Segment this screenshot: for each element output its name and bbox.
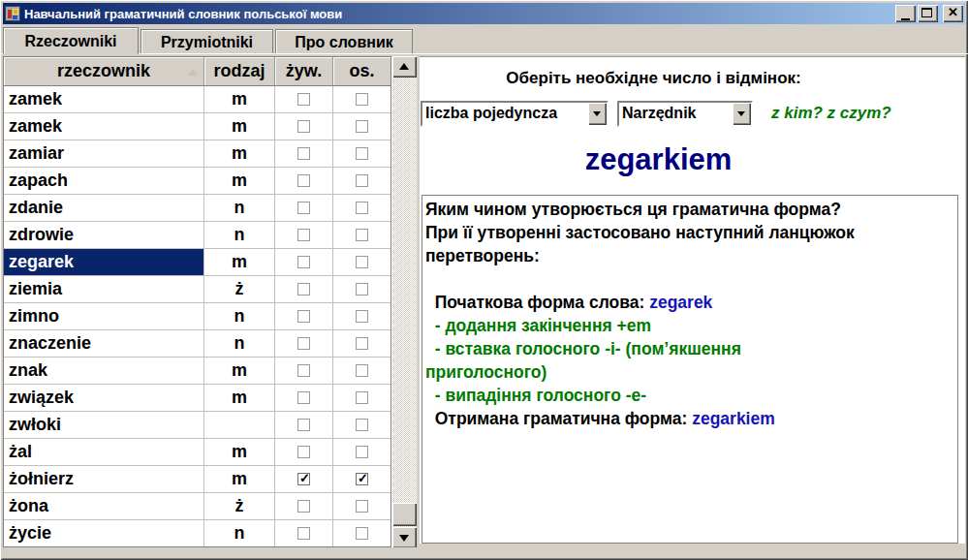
scroll-down-button[interactable]: [392, 527, 417, 548]
gender-cell: n: [204, 222, 275, 249]
scroll-up-icon: [399, 63, 409, 70]
person-checkbox[interactable]: [356, 147, 368, 160]
table-row[interactable]: znakm: [4, 358, 390, 385]
noun-cell[interactable]: zamek: [4, 86, 204, 113]
animate-checkbox[interactable]: [297, 283, 310, 296]
table-row[interactable]: zimnon: [4, 303, 390, 330]
animate-checkbox[interactable]: [297, 229, 310, 241]
noun-cell[interactable]: zwłoki: [4, 412, 204, 439]
noun-cell[interactable]: znaczenie: [4, 330, 204, 358]
table-row[interactable]: zamiarm: [4, 140, 390, 168]
table-row[interactable]: zegarekm: [4, 249, 390, 276]
explanation-line: При її утворенні застосовано наступний л…: [425, 221, 954, 244]
animate-checkbox[interactable]: [297, 147, 310, 160]
case-dropdown-button[interactable]: [733, 103, 751, 125]
title-bar[interactable]: Навчальний граматичний словник польської…: [3, 3, 965, 24]
table-row[interactable]: zwłoki: [4, 412, 390, 439]
person-cell: [333, 86, 390, 113]
close-button[interactable]: ✕: [943, 5, 963, 22]
column-header-zyw[interactable]: żyw.: [275, 57, 333, 85]
noun-cell[interactable]: znak: [4, 358, 204, 385]
animate-checkbox[interactable]: [297, 500, 310, 513]
noun-cell[interactable]: zdrowie: [4, 222, 204, 249]
person-checkbox[interactable]: [356, 473, 368, 485]
person-checkbox[interactable]: [356, 283, 368, 296]
animate-checkbox[interactable]: [297, 364, 310, 377]
noun-cell[interactable]: zamiar: [4, 140, 204, 168]
animate-checkbox[interactable]: [297, 391, 310, 404]
minimize-button[interactable]: [895, 5, 916, 22]
tab-przymiotniki[interactable]: Przymiotniki: [141, 29, 273, 54]
animate-checkbox[interactable]: [297, 446, 310, 458]
animate-checkbox[interactable]: [297, 93, 310, 106]
table-row[interactable]: zamekm: [4, 86, 390, 113]
animate-checkbox[interactable]: [297, 310, 310, 323]
person-checkbox[interactable]: [356, 446, 368, 458]
animate-checkbox[interactable]: [297, 120, 310, 133]
table-row[interactable]: zapachm: [4, 168, 390, 195]
table-row[interactable]: żołnierzm: [4, 466, 390, 493]
noun-cell[interactable]: zimno: [4, 303, 204, 330]
column-header-rzeczownik[interactable]: rzeczownik: [4, 57, 204, 85]
noun-table: rzeczownik rodzaj żyw. os. zamekmzamekmz…: [3, 56, 391, 547]
column-header-os[interactable]: os.: [333, 57, 390, 85]
gender-cell: m: [204, 113, 275, 140]
person-checkbox[interactable]: [356, 500, 368, 513]
animate-cell: [275, 439, 333, 466]
person-checkbox[interactable]: [356, 391, 368, 404]
noun-cell[interactable]: żal: [4, 439, 204, 466]
person-checkbox[interactable]: [356, 527, 368, 540]
table-row[interactable]: ziemiaż: [4, 276, 390, 303]
scroll-up-button[interactable]: [392, 56, 417, 78]
column-header-rodzaj[interactable]: rodzaj: [204, 57, 275, 85]
noun-cell[interactable]: żona: [4, 493, 204, 520]
gender-cell: m: [204, 358, 275, 385]
animate-checkbox[interactable]: [297, 527, 310, 540]
person-checkbox[interactable]: [356, 337, 368, 350]
table-row[interactable]: zdrowien: [4, 222, 390, 249]
person-checkbox[interactable]: [356, 364, 368, 377]
table-row[interactable]: zdanien: [4, 195, 390, 222]
scrollbar-thumb[interactable]: [392, 503, 417, 526]
person-checkbox[interactable]: [356, 419, 368, 431]
animate-checkbox[interactable]: [297, 256, 310, 268]
table-row[interactable]: związekm: [4, 385, 390, 412]
animate-checkbox[interactable]: [297, 419, 310, 431]
case-combobox[interactable]: Narzędnik: [617, 101, 753, 127]
noun-cell[interactable]: zapach: [4, 168, 204, 195]
noun-cell[interactable]: zdanie: [4, 195, 204, 222]
noun-cell[interactable]: życie: [4, 520, 204, 547]
noun-cell[interactable]: żołnierz: [4, 466, 204, 493]
person-checkbox[interactable]: [356, 229, 368, 241]
number-combobox[interactable]: liczba pojedyncza: [421, 101, 609, 127]
explanation-line: Початкова форма слова: zegarek: [425, 291, 954, 314]
person-checkbox[interactable]: [356, 310, 368, 323]
animate-checkbox[interactable]: [297, 473, 310, 485]
person-checkbox[interactable]: [356, 174, 368, 187]
maximize-button[interactable]: [918, 5, 938, 22]
person-checkbox[interactable]: [356, 256, 368, 268]
noun-cell[interactable]: związek: [4, 385, 204, 412]
app-icon: [5, 6, 20, 21]
person-checkbox[interactable]: [356, 120, 368, 133]
noun-cell[interactable]: zamek: [4, 113, 204, 140]
table-row[interactable]: znaczenien: [4, 330, 390, 358]
minimize-icon: [895, 18, 916, 21]
person-checkbox[interactable]: [356, 202, 368, 214]
animate-checkbox[interactable]: [297, 174, 310, 187]
table-row[interactable]: żonaż: [4, 493, 390, 520]
table-row[interactable]: zamekm: [4, 113, 390, 140]
tab-pro-slovnyk[interactable]: Про словник: [275, 29, 413, 54]
animate-checkbox[interactable]: [297, 202, 310, 214]
table-row[interactable]: życien: [4, 520, 390, 547]
animate-checkbox[interactable]: [297, 337, 310, 350]
person-checkbox[interactable]: [356, 93, 368, 106]
noun-cell[interactable]: zegarek: [4, 249, 204, 276]
noun-cell[interactable]: ziemia: [4, 276, 204, 303]
tab-rzeczowniki[interactable]: Rzeczowniki: [3, 27, 139, 54]
table-row[interactable]: żalm: [4, 439, 390, 466]
case-combobox-value: Narzędnik: [619, 103, 733, 125]
scrollbar-track[interactable]: [392, 56, 417, 548]
person-cell: [333, 113, 390, 140]
number-dropdown-button[interactable]: [588, 103, 607, 125]
